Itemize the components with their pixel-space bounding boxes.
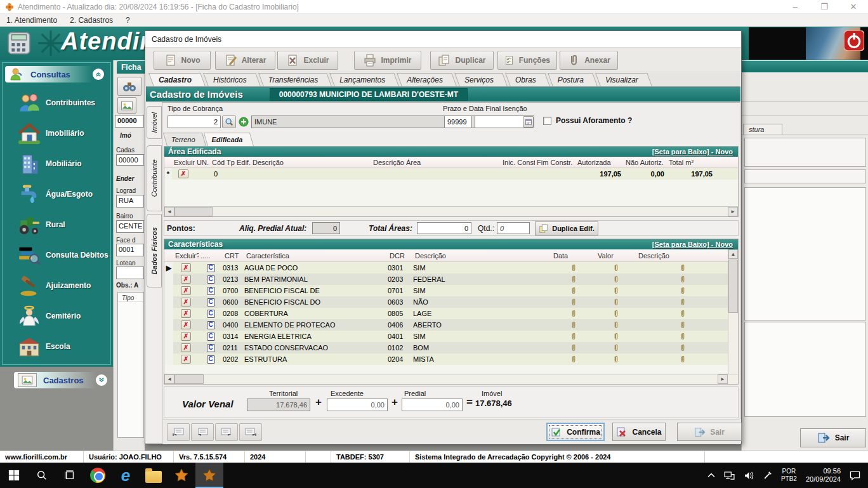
- logradouro-field[interactable]: RUA: [116, 195, 144, 208]
- data-clip-icon[interactable]: [570, 309, 577, 318]
- sidebar-item-agua-esgoto[interactable]: Água/Esgoto: [3, 179, 110, 209]
- data-clip-icon[interactable]: [570, 263, 577, 272]
- search-record-button[interactable]: [117, 77, 141, 96]
- next-record-button[interactable]: [215, 423, 238, 441]
- caract-row[interactable]: ✗C0400ELEMENTO DE PROTECAO0406ABERTO: [164, 319, 728, 331]
- taskbar-search-icon[interactable]: [28, 463, 56, 488]
- data-clip-icon[interactable]: [570, 275, 577, 284]
- caracteristicas-vertical-scrollbar[interactable]: ▲ ▼: [728, 249, 738, 384]
- area-horizontal-scrollbar[interactable]: ◄ ►: [164, 206, 738, 216]
- toolbar-funcoes-button[interactable]: Funções: [497, 51, 557, 70]
- sidebar-item-cemiterio[interactable]: Cemitério: [3, 301, 110, 331]
- descricao-clip-icon[interactable]: [680, 309, 686, 318]
- fiorilli-app-icon[interactable]: [168, 463, 195, 488]
- data-clip-icon[interactable]: [570, 355, 577, 364]
- tab-transferencias[interactable]: Transferências: [261, 73, 329, 86]
- side-tab-contribuinte[interactable]: Contribuinte: [147, 145, 162, 211]
- tab-historicos[interactable]: Históricos: [206, 73, 258, 86]
- scroll-right-arrow[interactable]: ►: [728, 207, 738, 216]
- descricao-clip-icon[interactable]: [680, 320, 686, 329]
- sidebar-group-cadastros[interactable]: Cadastros: [14, 372, 111, 388]
- tab-postura[interactable]: Postura: [550, 73, 595, 86]
- last-record-button[interactable]: [239, 423, 262, 441]
- previous-record-button[interactable]: [191, 423, 214, 441]
- delete-row-button[interactable]: ✗: [181, 309, 191, 318]
- sidebar-item-contribuintes[interactable]: Contribuintes: [3, 88, 110, 118]
- area-edificada-row[interactable]: * ✗ 0 197,05 0,00 197,05: [164, 168, 738, 180]
- menu-item-1-atendimento[interactable]: 1. Atendimento: [0, 15, 63, 26]
- toolbar-duplicar-button[interactable]: Duplicar: [430, 51, 494, 70]
- valor-clip-icon[interactable]: [613, 309, 619, 318]
- delete-row-button[interactable]: ✗: [181, 275, 191, 284]
- cancela-button[interactable]: Cancela: [612, 423, 666, 441]
- menu-item-[interactable]: ?: [119, 15, 136, 26]
- tab-ficha[interactable]: Ficha: [117, 61, 145, 74]
- tab-cadastro[interactable]: Cadastro: [151, 73, 203, 86]
- data-clip-icon[interactable]: [570, 298, 577, 307]
- descricao-clip-icon[interactable]: [680, 298, 686, 307]
- descricao-clip-icon[interactable]: [680, 343, 686, 352]
- volume-icon[interactable]: [744, 472, 754, 480]
- sidebar-item-mobiliario[interactable]: Mobiliário: [3, 148, 110, 179]
- photo-button[interactable]: [117, 97, 136, 114]
- cadastro-field[interactable]: 00000: [116, 154, 144, 166]
- caract-row[interactable]: ✗C0600BENEFICIO FISCAL DO0603NÃO: [164, 296, 728, 308]
- sidebar-item-imobiliario[interactable]: Imobiliário: [3, 118, 110, 148]
- scroll-right-arrow[interactable]: ►: [718, 374, 728, 384]
- chevron-down-icon[interactable]: [96, 374, 107, 386]
- add-green-plus-button[interactable]: [237, 115, 250, 128]
- delete-row-button[interactable]: ✗: [181, 332, 191, 341]
- start-button[interactable]: [0, 463, 28, 488]
- sair-button[interactable]: Sair: [677, 423, 742, 441]
- network-icon[interactable]: [724, 472, 735, 480]
- valor-clip-icon[interactable]: [613, 332, 619, 341]
- notification-center-icon[interactable]: [850, 471, 860, 480]
- close-button[interactable]: ✕: [839, 0, 868, 14]
- qtd-field[interactable]: 0: [497, 222, 530, 234]
- power-button[interactable]: [844, 30, 864, 51]
- minimize-button[interactable]: –: [780, 0, 810, 14]
- toolbar-alterar-button[interactable]: Alterar: [215, 51, 275, 70]
- sidebar-item-rural[interactable]: Rural: [3, 209, 110, 240]
- calendar-icon[interactable]: [523, 116, 534, 128]
- delete-row-button[interactable]: ✗: [178, 169, 188, 178]
- valor-clip-icon[interactable]: [613, 275, 619, 284]
- task-view-icon[interactable]: [56, 463, 84, 488]
- background-code-field[interactable]: 00000: [115, 115, 144, 128]
- duplica-edif-button[interactable]: Duplica Edif.: [535, 221, 598, 235]
- chevron-up-icon[interactable]: [93, 69, 104, 80]
- tab-visualizar[interactable]: Visualizar: [598, 73, 650, 86]
- descricao-clip-icon[interactable]: [680, 286, 686, 295]
- menu-item-2-cadastros[interactable]: 2. Cadastros: [63, 15, 119, 26]
- delete-row-button[interactable]: ✗: [181, 298, 191, 307]
- caract-row[interactable]: ✗C0700BENEFICIO FISCAL DE0701SIM: [164, 285, 728, 296]
- sidebar-group-consultas[interactable]: Consultas: [5, 66, 108, 82]
- caracteristicas-horizontal-scrollbar[interactable]: ◄ ►: [164, 374, 738, 384]
- fiorilli-app-icon-active[interactable]: [195, 463, 223, 488]
- valor-clip-icon[interactable]: [613, 343, 619, 352]
- delete-row-button[interactable]: ✗: [181, 286, 191, 295]
- internet-explorer-icon[interactable]: e: [112, 463, 140, 488]
- total-areas-field[interactable]: 0: [417, 222, 471, 234]
- tipo-cobranca-code-field[interactable]: 2: [168, 115, 221, 128]
- tab-alteracoes[interactable]: Alterações: [399, 73, 454, 86]
- scroll-up-arrow[interactable]: ▲: [728, 249, 738, 259]
- caract-row[interactable]: ✗C0211ESTADO CONSERVACAO0102BOM: [164, 342, 728, 353]
- toolbar-excluir-button[interactable]: Excluir: [277, 51, 338, 70]
- tab-lancamentos[interactable]: Lançamentos: [332, 73, 397, 86]
- tab-servicos[interactable]: Serviços: [457, 73, 505, 86]
- toolbar-imprimir-button[interactable]: Imprimir: [354, 51, 421, 70]
- valor-clip-icon[interactable]: [613, 355, 619, 364]
- sidebar-item-ajuizamento[interactable]: Ajuizamento: [3, 270, 110, 301]
- scroll-left-arrow[interactable]: ◄: [164, 374, 174, 384]
- delete-row-button[interactable]: ✗: [181, 343, 191, 352]
- data-clip-icon[interactable]: [570, 332, 577, 341]
- toolbar-anexar-button[interactable]: Anexar: [560, 51, 618, 70]
- caract-row[interactable]: ▶✗C0313AGUA DE POCO0301SIM: [164, 262, 728, 274]
- file-explorer-icon[interactable]: [140, 463, 168, 488]
- confirma-button[interactable]: Confirma: [546, 423, 605, 441]
- delete-row-button[interactable]: ✗: [181, 355, 191, 364]
- prazo-field[interactable]: 99999: [444, 115, 472, 128]
- aforamento-checkbox[interactable]: [543, 117, 551, 125]
- valor-clip-icon[interactable]: [613, 286, 619, 295]
